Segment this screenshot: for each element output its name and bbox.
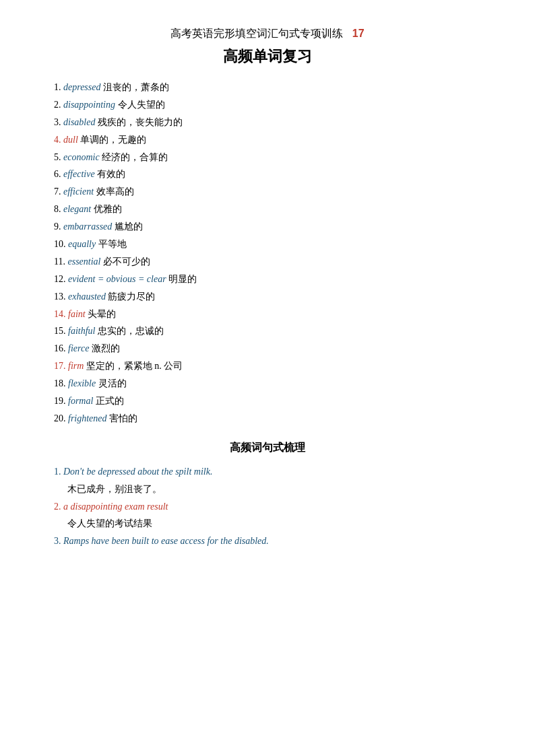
word-chinese: 筋疲力尽的 xyxy=(106,291,156,302)
word-number: 12. xyxy=(54,274,68,284)
word-list-item: 5. economic 经济的，合算的 xyxy=(54,149,481,166)
word-number: 8. xyxy=(54,204,63,214)
word-list-item: 1. depressed 沮丧的，萧条的 xyxy=(54,79,481,96)
word-number: 4. xyxy=(54,135,63,145)
word-number: 18. xyxy=(54,378,68,388)
title-text: 高考英语完形填空词汇句式专项训练 xyxy=(170,28,343,39)
word-english: fierce xyxy=(68,343,89,353)
word-english: flexible xyxy=(68,378,96,388)
sentence-chinese: 木已成舟，别沮丧了。 xyxy=(67,481,481,498)
word-english: faint xyxy=(68,309,86,319)
word-list-item: 2. disappointing 令人失望的 xyxy=(54,96,481,114)
word-list-item: 16. fierce 激烈的 xyxy=(54,340,481,357)
word-list-item: 18. flexible 灵活的 xyxy=(54,375,481,392)
word-chinese: 正式的 xyxy=(93,396,124,406)
word-english: dull xyxy=(63,135,78,145)
word-english: equally xyxy=(68,239,96,249)
sentence-english: Ramps have been built to ease access for… xyxy=(63,536,269,546)
word-chinese: 效率高的 xyxy=(94,186,134,197)
word-number: 1. xyxy=(54,82,63,92)
word-number: 11. xyxy=(54,256,67,267)
sentence-number: 2. xyxy=(54,502,63,512)
word-list-item: 12. evident = obvious = clear 明显的 xyxy=(54,271,481,288)
word-list-item: 4. dull 单调的，无趣的 xyxy=(54,131,481,149)
sentence-list-item: 3. Ramps have been built to ease access … xyxy=(54,532,481,550)
word-english: evident = obvious = clear xyxy=(68,274,166,284)
word-chinese: 忠实的，忠诚的 xyxy=(95,326,164,336)
sentence-english: Don't be depressed about the spilt milk. xyxy=(63,467,212,477)
word-chinese: 害怕的 xyxy=(107,413,138,423)
sub-title: 高频单词复习 xyxy=(54,46,481,67)
word-number: 20. xyxy=(54,413,68,423)
sentence-chinese: 令人失望的考试结果 xyxy=(67,515,481,532)
word-chinese: 经济的，合算的 xyxy=(100,152,168,162)
word-list-item: 6. effective 有效的 xyxy=(54,166,481,183)
word-chinese: 必不可少的 xyxy=(100,256,150,267)
word-list-item: 20. frightened 害怕的 xyxy=(54,410,481,427)
word-chinese: 沮丧的，萧条的 xyxy=(100,82,169,92)
word-number: 16. xyxy=(54,343,68,353)
word-number: 10. xyxy=(54,239,68,249)
word-number: 6. xyxy=(54,169,63,179)
word-chinese: 坚定的，紧紧地 n. 公司 xyxy=(84,361,183,371)
word-list: 1. depressed 沮丧的，萧条的2. disappointing 令人失… xyxy=(54,79,481,427)
word-number: 13. xyxy=(54,291,68,302)
word-chinese: 尴尬的 xyxy=(112,221,143,232)
title-number: 17 xyxy=(352,28,365,39)
word-list-item: 19. formal 正式的 xyxy=(54,392,481,410)
word-list-item: 13. exhausted 筋疲力尽的 xyxy=(54,288,481,306)
word-number: 3. xyxy=(54,117,63,127)
word-chinese: 有效的 xyxy=(95,169,126,179)
main-title: 高考英语完形填空词汇句式专项训练 17 xyxy=(54,27,481,41)
word-number: 5. xyxy=(54,152,63,162)
word-english: economic xyxy=(63,152,100,162)
word-english: disabled xyxy=(63,117,95,127)
sentence-list-item: 1. Don't be depressed about the spilt mi… xyxy=(54,463,481,498)
word-english: disappointing xyxy=(63,100,115,110)
word-english: firm xyxy=(68,361,84,371)
word-list-item: 8. elegant 优雅的 xyxy=(54,201,481,218)
word-list-item: 11. essential 必不可少的 xyxy=(54,253,481,271)
word-english: faithful xyxy=(68,326,95,336)
word-english: effective xyxy=(63,169,95,179)
word-chinese: 激烈的 xyxy=(89,343,120,353)
sentence-number: 3. xyxy=(54,536,63,546)
word-number: 7. xyxy=(54,186,63,197)
word-number: 2. xyxy=(54,100,63,110)
word-list-item: 15. faithful 忠实的，忠诚的 xyxy=(54,322,481,340)
word-list-item: 14. faint 头晕的 xyxy=(54,306,481,323)
word-english: embarrassed xyxy=(63,221,112,232)
word-number: 19. xyxy=(54,396,68,406)
word-list-item: 9. embarrassed 尴尬的 xyxy=(54,218,481,236)
word-chinese: 残疾的，丧失能力的 xyxy=(95,117,183,127)
word-chinese: 单调的，无趣的 xyxy=(78,135,147,145)
sentence-list: 1. Don't be depressed about the spilt mi… xyxy=(54,463,481,550)
word-number: 15. xyxy=(54,326,68,336)
word-list-item: 10. equally 平等地 xyxy=(54,236,481,253)
word-list-item: 3. disabled 残疾的，丧失能力的 xyxy=(54,114,481,131)
word-english: efficient xyxy=(63,186,94,197)
word-english: formal xyxy=(68,396,93,406)
word-number: 17. xyxy=(54,361,68,371)
word-chinese: 令人失望的 xyxy=(115,100,165,110)
word-number: 14. xyxy=(54,309,68,319)
word-list-item: 7. efficient 效率高的 xyxy=(54,183,481,201)
sentence-list-item: 2. a disappointing exam result令人失望的考试结果 xyxy=(54,498,481,533)
word-chinese: 灵活的 xyxy=(96,378,127,388)
word-number: 9. xyxy=(54,221,63,232)
word-english: elegant xyxy=(63,204,91,214)
section2-title: 高频词句式梳理 xyxy=(54,441,481,455)
word-chinese: 明显的 xyxy=(166,274,197,284)
word-english: essential xyxy=(67,256,100,267)
word-english: frightened xyxy=(68,413,107,423)
word-list-item: 17. firm 坚定的，紧紧地 n. 公司 xyxy=(54,357,481,375)
word-english: depressed xyxy=(63,82,100,92)
sentence-number: 1. xyxy=(54,467,63,477)
word-chinese: 头晕的 xyxy=(86,309,117,319)
sentence-english: a disappointing exam result xyxy=(63,502,168,512)
word-chinese: 优雅的 xyxy=(91,204,122,214)
word-chinese: 平等地 xyxy=(96,239,127,249)
word-english: exhausted xyxy=(68,291,106,302)
